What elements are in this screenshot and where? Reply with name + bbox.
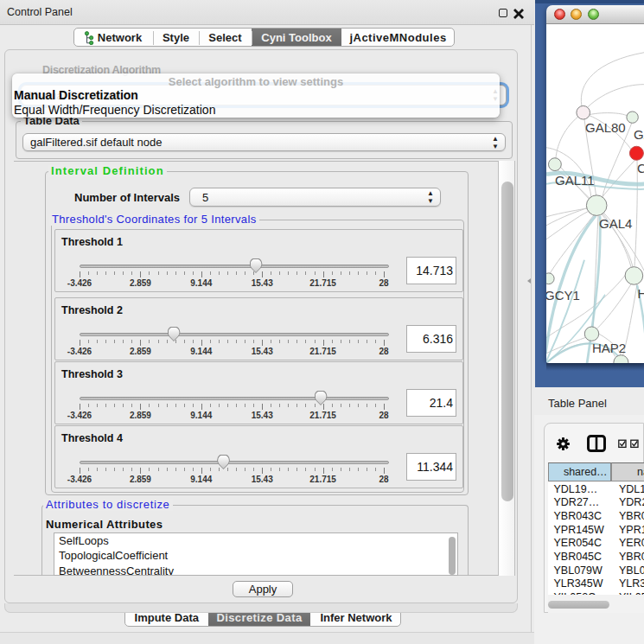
svg-text:GAL7: GAL7 — [634, 126, 644, 141]
svg-text:HAP2: HAP2 — [592, 340, 626, 354]
svg-text:CYC: CYC — [637, 160, 644, 175]
svg-text:HIS: HIS — [638, 285, 644, 300]
svg-text:GAL11: GAL11 — [555, 172, 595, 187]
svg-text:GAL80: GAL80 — [585, 119, 626, 134]
svg-text:GAL4: GAL4 — [599, 215, 632, 230]
svg-text:GCY1: GCY1 — [546, 287, 580, 302]
